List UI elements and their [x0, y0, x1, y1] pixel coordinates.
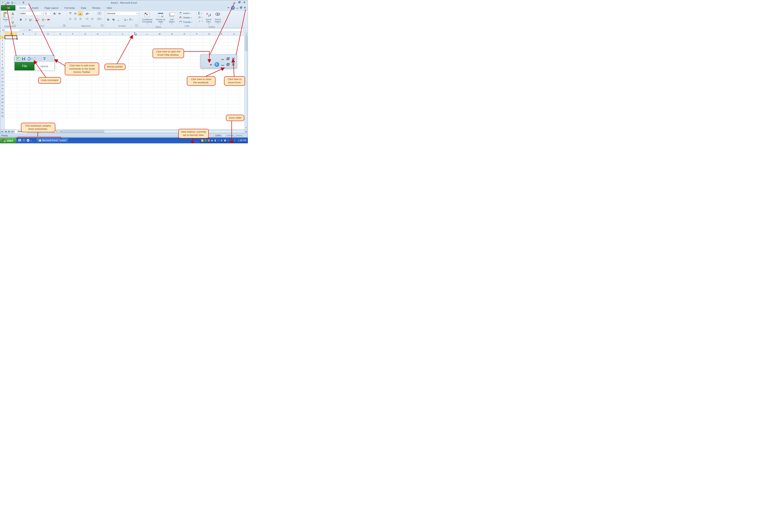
cell[interactable]	[141, 80, 153, 84]
cell[interactable]	[129, 87, 141, 91]
cell[interactable]	[116, 111, 129, 115]
column-header[interactable]: N	[166, 32, 178, 35]
cell[interactable]	[116, 80, 129, 84]
cell[interactable]	[228, 49, 240, 53]
cell[interactable]	[91, 115, 104, 118]
cell[interactable]	[42, 73, 54, 77]
cell[interactable]	[67, 49, 79, 53]
cell[interactable]	[79, 97, 91, 101]
paste-button[interactable]: Paste ▾	[1, 11, 10, 23]
cell[interactable]	[141, 53, 153, 56]
cell[interactable]	[104, 56, 116, 60]
row-header[interactable]: 23	[0, 111, 5, 115]
row-header[interactable]: 8	[0, 60, 5, 63]
row-header[interactable]: 6	[0, 53, 5, 56]
cell[interactable]	[178, 101, 191, 104]
cell[interactable]	[104, 104, 116, 108]
cell[interactable]	[191, 115, 203, 118]
column-header[interactable]: D	[42, 32, 54, 35]
tray-update-icon[interactable]	[204, 139, 207, 142]
cell[interactable]	[17, 104, 30, 108]
cell[interactable]	[129, 63, 141, 67]
column-header[interactable]: F	[67, 32, 79, 35]
cell[interactable]	[91, 80, 104, 84]
cell[interactable]	[79, 111, 91, 115]
cell[interactable]	[116, 56, 129, 60]
undo-icon[interactable]: ▾	[10, 1, 15, 5]
cell[interactable]	[153, 43, 166, 46]
cell[interactable]	[178, 60, 191, 63]
cell[interactable]	[141, 77, 153, 80]
cell[interactable]	[153, 87, 166, 91]
cell[interactable]	[30, 115, 42, 118]
cell[interactable]	[54, 43, 67, 46]
cell[interactable]	[42, 70, 54, 73]
cell[interactable]	[203, 94, 215, 97]
cell[interactable]	[116, 49, 129, 53]
zoom-out-icon[interactable]: −	[222, 134, 225, 137]
align-left-icon[interactable]	[68, 17, 73, 21]
row-header[interactable]: 20	[0, 101, 5, 104]
cell[interactable]	[228, 87, 240, 91]
cell[interactable]	[54, 84, 67, 87]
cell[interactable]	[153, 73, 166, 77]
row-header[interactable]: 1	[0, 36, 5, 39]
cell[interactable]	[215, 108, 228, 111]
vertical-scroll-thumb[interactable]	[245, 36, 247, 51]
cell[interactable]	[116, 91, 129, 94]
horizontal-scroll-thumb[interactable]	[62, 130, 104, 133]
cell[interactable]	[67, 101, 79, 104]
cell[interactable]	[203, 101, 215, 104]
cell[interactable]	[129, 111, 141, 115]
cell[interactable]	[228, 39, 240, 43]
cell[interactable]	[129, 84, 141, 87]
cell[interactable]	[141, 84, 153, 87]
page-break-view-icon[interactable]	[209, 134, 213, 137]
cell[interactable]	[203, 87, 215, 91]
cell[interactable]	[79, 53, 91, 56]
column-header[interactable]: P	[191, 32, 203, 35]
home-tab[interactable]: Home	[16, 5, 29, 10]
cell[interactable]	[116, 77, 129, 80]
cell[interactable]	[116, 36, 129, 39]
conditional-formatting-button[interactable]: Conditional Formatting▾	[141, 11, 153, 25]
cell[interactable]	[91, 56, 104, 60]
cell[interactable]	[5, 97, 17, 101]
cell[interactable]	[153, 104, 166, 108]
autosum-button[interactable]: Σ▾	[198, 11, 203, 15]
cell[interactable]	[228, 101, 240, 104]
cell[interactable]	[116, 60, 129, 63]
align-bottom-icon[interactable]	[78, 11, 83, 16]
cell[interactable]	[67, 91, 79, 94]
cell[interactable]	[191, 94, 203, 97]
align-right-icon[interactable]	[78, 17, 83, 21]
cell[interactable]	[116, 101, 129, 104]
cell[interactable]	[42, 87, 54, 91]
cell[interactable]	[129, 73, 141, 77]
cell[interactable]	[91, 94, 104, 97]
cell[interactable]	[191, 91, 203, 94]
cell[interactable]	[116, 53, 129, 56]
cell[interactable]	[129, 101, 141, 104]
cell[interactable]	[141, 49, 153, 53]
font-name-combo[interactable]: Calibri▾	[18, 11, 43, 16]
cell[interactable]	[42, 36, 54, 39]
cell[interactable]	[104, 94, 116, 97]
cell[interactable]	[141, 56, 153, 60]
cell[interactable]	[104, 84, 116, 87]
cell[interactable]	[79, 46, 91, 49]
sort-filter-button[interactable]: AZ Sort & Filter▾	[204, 11, 213, 25]
cell[interactable]	[17, 87, 30, 91]
cell[interactable]	[30, 46, 42, 49]
cell[interactable]	[178, 67, 191, 70]
cell[interactable]	[30, 49, 42, 53]
cell[interactable]	[203, 46, 215, 49]
cell[interactable]	[215, 111, 228, 115]
row-header[interactable]: 18	[0, 94, 5, 97]
cut-icon[interactable]	[10, 11, 15, 16]
align-center-icon[interactable]	[73, 17, 78, 21]
cell[interactable]	[79, 43, 91, 46]
decrease-font-icon[interactable]: A▾	[57, 11, 62, 16]
cell[interactable]	[42, 111, 54, 115]
cell[interactable]	[5, 36, 17, 39]
